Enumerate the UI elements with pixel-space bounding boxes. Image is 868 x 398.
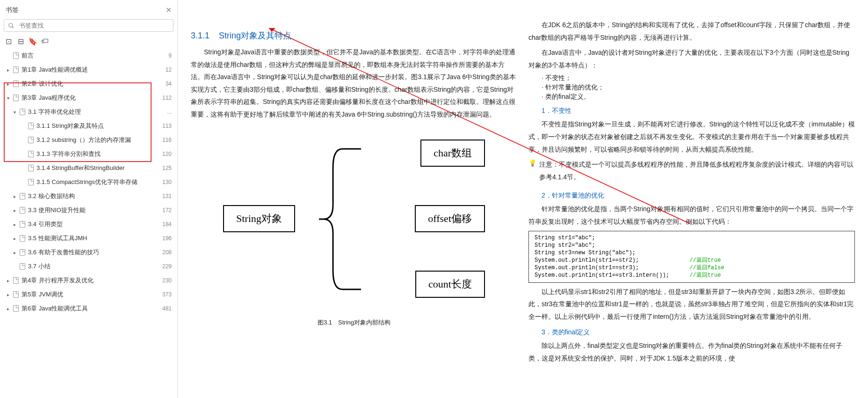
page-icon bbox=[28, 165, 34, 171]
toc-row[interactable]: 3.1.2 substring（）方法的内存泄漏116 bbox=[4, 133, 174, 147]
toc-row[interactable]: 前言9 bbox=[4, 49, 174, 63]
bookmark-add-icon[interactable]: 🔖 bbox=[29, 37, 36, 45]
caret-icon[interactable]: ▸ bbox=[12, 250, 17, 255]
toc-row[interactable]: ▸第5章 JVM调优373 bbox=[4, 287, 174, 302]
toc-row[interactable]: ▸3.6 有助于改善性能的技巧208 bbox=[4, 245, 174, 259]
toc-page-number: 116 bbox=[162, 137, 172, 143]
caret-icon[interactable]: ▸ bbox=[6, 306, 10, 311]
bullet: 不变性； bbox=[528, 74, 855, 82]
toc-row[interactable]: 3.1.5 CompactStrings优化字符串存储130 bbox=[4, 175, 174, 189]
document-content: 3.1.1 String对象及其特点 String对象是Java语言中重要的数据… bbox=[178, 0, 868, 398]
collapse-all-icon[interactable]: ⊡ bbox=[5, 37, 12, 45]
caret-icon[interactable]: ▸ bbox=[12, 208, 17, 213]
note-block: 💡 注意：不变模式是一个可以提高多线程程序的性能，并且降低多线程程序复杂度的设计… bbox=[528, 158, 855, 186]
fig-box-char: char数组 bbox=[420, 140, 485, 167]
page-icon bbox=[13, 52, 19, 59]
page-icon bbox=[20, 193, 25, 199]
toc-page-number: 131 bbox=[162, 193, 172, 199]
toc-row[interactable]: 3.7 小结229 bbox=[4, 259, 174, 273]
subheading: 1．不变性 bbox=[528, 107, 855, 115]
caret-icon[interactable]: ▸ bbox=[6, 292, 10, 297]
page-icon bbox=[20, 221, 25, 228]
bookmark-toolbar: ⊡ ⊟ 🔖 🏷 bbox=[4, 36, 174, 49]
subheading: 3．类的final定义 bbox=[528, 328, 855, 337]
toc-item-label: 3.6 有助于改善性能的技巧 bbox=[28, 248, 99, 257]
toc-item-label: 3.1.2 substring（）方法的内存泄漏 bbox=[36, 136, 131, 144]
toc-row[interactable]: 3.1.3 字符串分割和查找120 bbox=[4, 147, 174, 161]
toc-page-number: 172 bbox=[162, 207, 172, 214]
toc-row[interactable]: ▾第3章 Java程序优化112 bbox=[4, 91, 174, 105]
toc-item-label: 第2章 设计优化 bbox=[22, 80, 63, 88]
toc-page-number: 373 bbox=[162, 291, 172, 298]
svg-line-1 bbox=[12, 26, 14, 28]
page-icon bbox=[28, 151, 34, 157]
figure-3-1: String对象 char数组 offset偏移 count长度 bbox=[223, 125, 485, 313]
toc-item-label: 3.1.1 String对象及其特点 bbox=[36, 122, 104, 130]
toc-row[interactable]: 3.1.4 StringBuffer和StringBuilder125 bbox=[4, 161, 174, 175]
toc-item-label: 第1章 Java性能调优概述 bbox=[22, 66, 88, 74]
page-icon bbox=[20, 235, 25, 242]
page-col-left: 3.1.1 String对象及其特点 String对象是Java语言中重要的数据… bbox=[191, 19, 517, 379]
toc-row[interactable]: ▸第2章 设计优化34 bbox=[4, 77, 174, 91]
toc-row[interactable]: ▸第1章 Java性能调优概述12 bbox=[4, 63, 174, 77]
toc-row[interactable]: ▸3.3 使用NIO提升性能172 bbox=[4, 203, 174, 217]
bullet: 针对常量池的优化； bbox=[528, 83, 855, 92]
page-icon bbox=[13, 95, 19, 101]
caret-icon[interactable]: ▸ bbox=[12, 222, 17, 227]
toc-page-number: 184 bbox=[162, 221, 172, 228]
toc-page-number: 12 bbox=[166, 66, 172, 73]
page-icon bbox=[28, 179, 34, 185]
page-icon bbox=[20, 207, 25, 214]
caret-icon[interactable]: ▾ bbox=[12, 110, 17, 115]
caret-icon[interactable]: ▸ bbox=[12, 194, 17, 199]
toc-item-label: 3.1.3 字符串分割和查找 bbox=[36, 150, 101, 158]
caret-icon[interactable]: ▾ bbox=[6, 96, 10, 101]
toc-item-label: 3.1 字符串优化处理 bbox=[28, 108, 81, 116]
toc-row[interactable]: ▸3.4 引用类型184 bbox=[4, 217, 174, 231]
toc-page-number: 481 bbox=[162, 305, 172, 312]
paragraph: 不变性是指String对象一旦生成，则不能再对它进行修改。String的这个特性… bbox=[528, 118, 855, 155]
toc-item-label: 3.3 使用NIO提升性能 bbox=[28, 206, 86, 214]
page-icon bbox=[13, 66, 19, 73]
fig-box-offset: offset偏移 bbox=[415, 205, 485, 232]
toc-row[interactable]: ▸3.2 核心数据结构131 bbox=[4, 189, 174, 203]
toc-row[interactable]: ▸第4章 并行程序开发及优化230 bbox=[4, 273, 174, 287]
close-icon[interactable]: ✕ bbox=[166, 6, 172, 15]
fig-caption: 图3.1 String对象内部结构 bbox=[191, 318, 517, 327]
bookmark-toc: 前言9▸第1章 Java性能调优概述12▸第2章 设计优化34▾第3章 Java… bbox=[4, 49, 174, 394]
page-icon bbox=[28, 123, 34, 129]
toc-page-number: 112 bbox=[162, 95, 172, 101]
page-icon bbox=[20, 249, 25, 256]
toc-page-number: 113 bbox=[162, 123, 172, 129]
code-block: String str1="abc"; String str2="abc"; St… bbox=[528, 231, 855, 283]
caret-icon[interactable]: ▸ bbox=[6, 81, 10, 87]
toc-item-label: 3.1.4 StringBuffer和StringBuilder bbox=[36, 164, 124, 172]
fig-box-string: String对象 bbox=[223, 205, 295, 232]
search-input[interactable] bbox=[18, 22, 169, 29]
page-icon bbox=[13, 81, 19, 87]
toc-page-number: 130 bbox=[162, 179, 172, 185]
toc-item-label: 3.4 引用类型 bbox=[28, 220, 63, 228]
page-icon bbox=[13, 291, 19, 298]
caret-icon[interactable]: ▸ bbox=[6, 67, 10, 73]
bookmark-search[interactable] bbox=[4, 19, 174, 32]
page-icon bbox=[13, 277, 19, 284]
page-icon bbox=[20, 263, 25, 270]
bookmark-icon[interactable]: 🏷 bbox=[41, 37, 49, 45]
bookmark-sidebar: 书签 ✕ ⊡ ⊟ 🔖 🏷 前言9▸第1章 Java性能调优概述12▸第2章 设计… bbox=[0, 0, 178, 398]
toc-page-number: 120 bbox=[162, 151, 172, 157]
caret-icon[interactable]: ▸ bbox=[6, 278, 10, 283]
toc-row[interactable]: ▸第6章 Java性能调优工具481 bbox=[4, 302, 174, 316]
expand-all-icon[interactable]: ⊟ bbox=[17, 37, 24, 45]
svg-point-0 bbox=[9, 23, 13, 27]
caret-icon[interactable]: ▸ bbox=[12, 236, 17, 241]
toc-row[interactable]: ▾3.1 字符串优化处理... bbox=[4, 105, 174, 119]
toc-item-label: 第6章 Java性能调优工具 bbox=[22, 304, 88, 313]
toc-page-number: 196 bbox=[162, 235, 172, 242]
page-icon bbox=[20, 109, 25, 115]
toc-row[interactable]: ▸3.5 性能测试工具JMH196 bbox=[4, 231, 174, 245]
paragraph: 针对常量池的优化是指，当两个String对象拥有相同的值时，它们只引用常量池中的… bbox=[528, 203, 855, 228]
toc-row[interactable]: 3.1.1 String对象及其特点113 bbox=[4, 119, 174, 133]
toc-page-number: ... bbox=[167, 109, 172, 115]
bulb-icon: 💡 bbox=[528, 159, 536, 167]
